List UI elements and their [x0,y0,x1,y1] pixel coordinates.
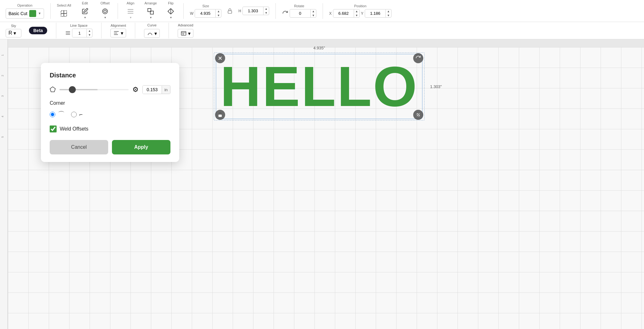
hello-container[interactable]: 4.935" 1.303" HELLO [220,58,418,115]
position-y-input[interactable]: 1.186 [365,10,386,17]
rotate-down[interactable]: ▼ [311,14,316,18]
arrange-button[interactable]: ▾ [144,6,157,20]
corner-rounded-icon: ⌒ [58,110,65,119]
arrange-icon [147,8,154,15]
ruler-v-mark-1: 1 [1,54,4,56]
flip-label: Flip [168,1,174,5]
position-x-input[interactable]: 6.682 [333,10,354,17]
operation-dropdown[interactable]: Basic Cut ▼ [6,8,44,19]
position-y-down[interactable]: ▼ [386,14,391,18]
align-button[interactable]: ▾ [124,6,137,20]
align-chevron-icon: ▾ [130,16,131,19]
distance-slider[interactable] [59,89,129,90]
edit-button[interactable]: ▾ [79,6,91,20]
divider-2 [118,3,118,19]
lock-handle[interactable] [215,110,225,120]
rotate-handle-icon [415,55,421,61]
style-dropdown[interactable]: R ▾ [6,29,21,37]
offset-button[interactable]: ▾ [99,6,111,20]
position-x-input-group: 6.682 ▲ ▼ [333,9,360,18]
size-w-input[interactable]: 4.935 [195,10,215,17]
divider-3 [183,3,184,19]
corner-rounded-radio[interactable] [50,112,55,117]
offset-chevron-icon: ▾ [104,16,106,19]
line-space-down[interactable]: ▼ [87,33,92,37]
line-space-up[interactable]: ▲ [87,29,92,33]
line-space-input[interactable]: 1 [72,30,86,37]
corner-label: Corner [50,100,170,106]
rotate-label: Rotate [294,4,304,8]
weld-checkbox[interactable] [50,125,57,132]
corner-rounded-option[interactable]: ⌒ [50,110,65,119]
size-h-down[interactable]: ▼ [264,11,269,15]
alignment-dropdown[interactable]: ▾ [110,29,126,37]
distance-value-input[interactable]: 0.153 [143,86,162,94]
position-x-up[interactable]: ▲ [354,9,359,14]
select-all-section: Select All [54,3,74,19]
alignment-chevron-icon: ▾ [121,30,123,36]
style-chevron-icon: ▾ [14,30,16,36]
apply-button[interactable]: Apply [112,140,170,154]
operation-section: Operation Basic Cut ▼ [3,3,47,19]
size-w-up[interactable]: ▲ [216,9,221,14]
position-x-down[interactable]: ▼ [354,14,359,18]
advanced-button[interactable]: ▾ [178,29,193,38]
ruler-v-mark-3: 3 [1,95,4,97]
corner-sharp-radio[interactable] [71,112,77,117]
size-w-spinner: ▲ ▼ [215,9,221,18]
ruler-v-mark-2: 2 [1,75,4,76]
offset-label: Offset [101,1,110,5]
alignment-section: Alignment ▾ [108,24,129,37]
size-w-label: W [190,11,193,16]
edit-chevron-icon: ▾ [84,16,86,19]
cancel-button[interactable]: Cancel [50,140,108,154]
corner-sharp-icon: ⌐ [79,111,83,118]
size-h-spinner: ▲ ▼ [263,7,269,15]
curve-section: Curve ▾ [142,23,162,38]
aspect-lock-icon[interactable] [226,8,233,14]
position-y-up[interactable]: ▲ [386,9,391,14]
rotate-handle[interactable] [413,53,423,63]
rotate-section: Rotate 0 ▲ ▼ [280,4,319,18]
flip-section: Flip ▾ [162,1,180,20]
gear-icon: ⚙ [132,86,139,94]
resize-handle[interactable] [413,110,423,120]
size-label: Size [203,4,209,8]
advanced-chevron-icon: ▾ [188,31,191,36]
ruler-v-mark-4: 4 [1,116,4,117]
rotate-input-group: 0 ▲ ▼ [290,9,316,18]
arrange-section: Arrange ▾ [142,1,159,20]
position-label: Position [354,4,366,8]
size-w-input-group: 4.935 ▲ ▼ [195,9,221,18]
rotate-up[interactable]: ▲ [311,9,316,14]
align-section: Align ▾ [122,1,139,20]
flip-button[interactable]: ▾ [164,6,177,20]
size-inputs: W 4.935 ▲ ▼ [190,9,221,18]
rotate-input[interactable]: 0 [290,10,310,17]
position-y-label: Y [361,11,364,16]
select-all-label: Select All [57,3,71,7]
curve-chevron-icon: ▾ [154,31,157,36]
position-x-label: X [329,11,332,16]
curve-button[interactable]: ▾ [144,29,160,38]
size-h-input[interactable]: 1.303 [243,7,263,14]
close-handle[interactable] [215,53,225,63]
height-dimension-label: 1.303" [430,84,442,89]
distance-unit: in [162,86,170,94]
select-all-button[interactable] [58,8,70,19]
curve-label: Curve [147,23,157,27]
line-space-controls: 1 ▲ ▼ [65,29,92,37]
line-space-label: Line Space [70,24,87,27]
advanced-label: Advanced [178,23,193,27]
corner-section: Corner ⌒ ⌐ [50,100,170,119]
size-w-down[interactable]: ▼ [216,14,221,18]
corner-sharp-option[interactable]: ⌐ [71,111,83,118]
rotate-spinner: ▲ ▼ [310,9,316,18]
sec-divider-4 [169,23,169,38]
size-h-up[interactable]: ▲ [264,7,269,11]
divider-5 [323,3,323,19]
ruler-v-mark-5: 5 [1,136,4,138]
flip-icon [167,8,175,15]
weld-label: Weld Offsets [60,126,88,132]
position-controls: X 6.682 ▲ ▼ Y 1.186 ▲ ▼ [329,9,391,18]
